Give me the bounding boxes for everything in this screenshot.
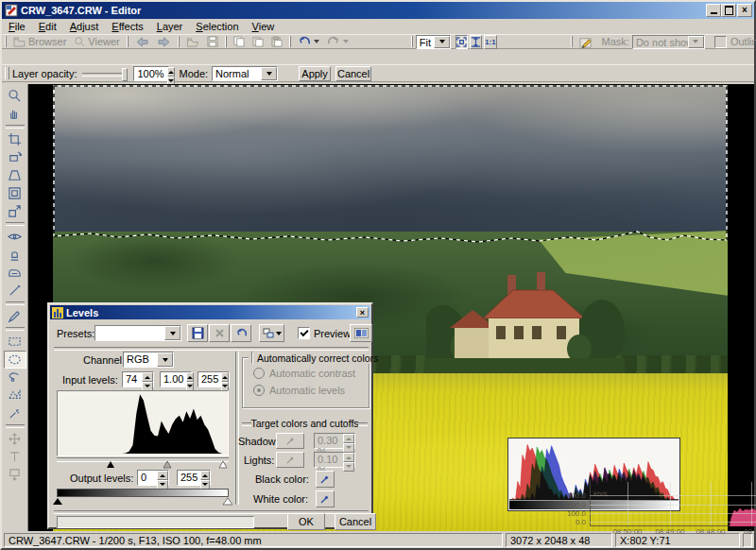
tool-text-button[interactable] [4,448,26,466]
tool-rotate-crop-button[interactable] [4,148,26,166]
tool-insert-object-button[interactable] [4,466,26,484]
histogram-panel[interactable] [507,438,680,511]
input-gamma-slider[interactable] [163,461,171,468]
levels-dialog-titlebar[interactable]: Levels × [50,305,370,319]
layer-cancel-button[interactable]: Cancel [335,66,371,81]
copy-special-button[interactable] [249,36,267,47]
input-black-spinner[interactable]: 74 [122,371,154,387]
apply-button[interactable]: Apply [299,66,331,81]
preset-save-button[interactable] [187,324,208,342]
minimize-button[interactable] [706,4,721,17]
preview-checkbox-box[interactable] [298,327,310,339]
dialog-cancel-button[interactable]: Cancel [335,513,376,530]
copy-button[interactable] [230,36,249,47]
tool-move-button[interactable] [4,430,26,448]
input-white-spinner[interactable]: 255 [198,371,230,387]
menu-item-view[interactable]: View [246,20,282,33]
tool-rect-select-button[interactable] [4,333,26,351]
tool-polygon-lasso-button[interactable] [4,387,26,404]
tool-ellipse-select-button[interactable] [4,351,26,369]
layer-mode-combo[interactable]: Normal [212,66,278,81]
output-white-spinner[interactable]: 255 [177,470,211,486]
levels-close-button[interactable]: × [356,307,369,318]
opacity-slider[interactable] [82,67,128,80]
tool-clone-stamp-button[interactable] [4,246,26,264]
tool-smoothing-iron-button[interactable] [4,264,26,282]
tool-canvas-size-button[interactable] [4,184,26,202]
tool-perspective-button[interactable] [4,166,26,184]
white-color-label: White color: [253,493,308,505]
auto-correct-checkbox[interactable] [251,352,253,364]
tool-crop-button[interactable] [4,130,26,148]
output-black-slider[interactable] [53,498,62,505]
channel-combo[interactable]: RGB [123,352,174,368]
tool-retouch-brush-button[interactable] [4,282,26,300]
output-black-spinner[interactable]: 0 [137,470,169,486]
open-button[interactable] [182,37,203,47]
levels-dialog[interactable]: Levels × Presets: Preview Channel: RGB I… [47,302,373,529]
close-button[interactable]: × [737,4,752,17]
reset-button[interactable] [231,324,251,342]
edit-mask-button[interactable] [576,36,596,48]
browser-button[interactable]: Browser [9,36,70,47]
menu-item-layer[interactable]: Layer [150,20,190,33]
auto-contrast-radio[interactable]: Automatic contrast [253,368,355,379]
red-eye-icon [8,230,22,244]
output-white-slider[interactable] [223,498,232,505]
back-button[interactable] [131,37,153,47]
toolbar-grip[interactable] [5,36,7,46]
shadows-color-button[interactable] [276,433,304,449]
redo-history-arrow[interactable] [343,40,349,46]
lights-color-button[interactable] [276,452,304,468]
options-button[interactable] [259,324,284,342]
input-sliders[interactable] [57,460,229,469]
zoom-fit-button[interactable] [455,35,468,49]
viewer-button[interactable]: Viewer [70,36,123,47]
menu-item-edit[interactable]: Edit [32,20,63,33]
presets-combo[interactable] [94,325,181,341]
white-color-picker-button[interactable] [316,490,335,507]
status-resize-grip[interactable] [743,533,752,547]
outline-checkbox[interactable]: Outline [714,36,756,48]
output-sliders[interactable] [53,497,232,506]
ok-button[interactable]: OK [287,513,325,530]
zoom-fit-width-button[interactable] [470,35,482,49]
menu-item-effects[interactable]: Effects [105,20,149,33]
input-gamma-spinner[interactable]: 1.00 [160,371,192,387]
black-color-picker-button[interactable] [316,471,335,488]
tool-zoom-button[interactable] [4,87,26,105]
redo-button[interactable] [323,36,352,47]
levels-dialog-title: Levels [66,307,98,318]
preset-delete-button[interactable] [209,324,230,342]
restore-button[interactable] [721,4,736,17]
auto-levels-radio[interactable]: Automatic levels [253,385,345,396]
tool-magic-wand-button[interactable] [4,404,26,422]
tool-paintbrush-button[interactable] [4,307,26,325]
zoom-level-combo[interactable]: Fit [416,35,451,49]
mask-mode-combo[interactable]: Do not show [632,35,705,49]
menu-item-adjust[interactable]: Adjust [63,20,106,33]
shadows-cutoff-spinner[interactable]: 0.30 % [314,433,355,449]
undo-history-arrow[interactable] [314,40,319,46]
menu-item-file[interactable]: File [2,20,32,33]
lights-cutoff-spinner[interactable]: 0.10 % [314,452,355,468]
dual-preview-button[interactable] [350,324,372,342]
undo-button[interactable] [294,36,323,47]
opacity-up[interactable] [167,67,175,77]
input-white-slider[interactable] [219,461,227,468]
menu-item-selection[interactable]: Selection [189,20,245,33]
tool-red-eye-button[interactable] [4,228,26,246]
opacity-spinner[interactable]: 100% [133,66,169,81]
paste-button[interactable] [267,36,286,47]
input-black-slider[interactable] [107,461,114,468]
opacity-slider-handle[interactable] [122,68,128,81]
tool-separator [6,301,25,305]
tool-pan-button[interactable] [4,105,26,123]
preview-checkbox[interactable]: Preview [298,327,351,339]
tool-lasso-button[interactable] [4,369,26,387]
outline-checkbox-box[interactable] [714,36,727,48]
save-button[interactable] [203,36,222,47]
forward-button[interactable] [153,37,175,47]
zoom-1to1-button[interactable]: 1:1 [484,35,497,49]
tool-resize-button[interactable] [4,202,26,220]
